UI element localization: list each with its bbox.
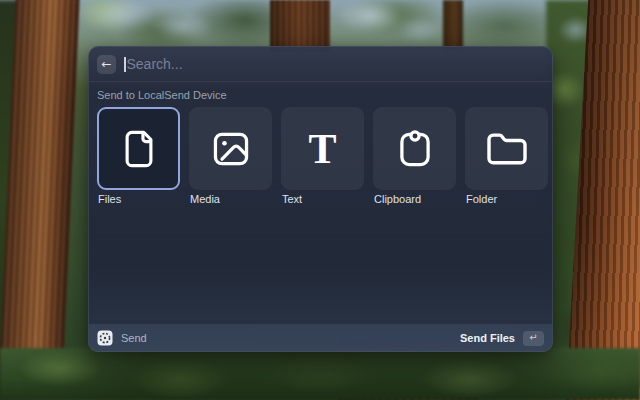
file-icon [120, 128, 158, 170]
wallpaper-trunk-center [270, 0, 330, 52]
tile-label: Text [281, 193, 364, 205]
return-key-icon: ↵ [523, 331, 544, 346]
send-options-grid: Files Media T Text [89, 107, 552, 205]
tile-label: Media [189, 193, 272, 205]
clipboard-icon [397, 128, 433, 170]
arrow-left-icon: ← [101, 55, 111, 74]
tile-text[interactable]: T [281, 107, 364, 190]
tile-folder[interactable] [465, 107, 548, 190]
grid-item-folder: Folder [465, 107, 548, 205]
image-icon [211, 131, 251, 167]
tile-label: Folder [465, 193, 548, 205]
tile-label: Files [97, 193, 180, 205]
localsend-logo-icon [97, 330, 113, 346]
tile-label: Clipboard [373, 193, 456, 205]
action-bar: Send Send Files ↵ [89, 325, 552, 351]
tile-files[interactable] [97, 107, 180, 190]
grid-item-files: Files [97, 107, 180, 205]
active-command[interactable]: Send [97, 330, 147, 346]
grid-item-media: Media [189, 107, 272, 205]
grid-item-clipboard: Clipboard [373, 107, 456, 205]
search-bar: ← Search... [89, 47, 552, 81]
localsend-launcher-panel: ← Search... Send to LocalSend Device Fil… [88, 46, 553, 352]
text-caret [124, 57, 126, 72]
folder-icon [486, 131, 528, 167]
grid-item-text: T Text [281, 107, 364, 205]
screen: ← Search... Send to LocalSend Device Fil… [0, 0, 640, 400]
wallpaper-trunk-thin [443, 0, 463, 50]
tile-media[interactable] [189, 107, 272, 190]
command-label: Send [121, 332, 147, 344]
search-placeholder: Search... [127, 56, 183, 72]
back-button[interactable]: ← [97, 55, 116, 74]
primary-action-label: Send Files [460, 332, 515, 344]
search-input[interactable]: Search... [124, 47, 544, 81]
wallpaper-bushes [0, 348, 640, 400]
section-header: Send to LocalSend Device [89, 82, 552, 107]
send-files-button[interactable]: Send Files ↵ [460, 331, 544, 346]
tile-clipboard[interactable] [373, 107, 456, 190]
text-icon: T [308, 128, 336, 170]
return-glyph: ↵ [529, 333, 537, 343]
panel-body-spacer [89, 205, 552, 324]
